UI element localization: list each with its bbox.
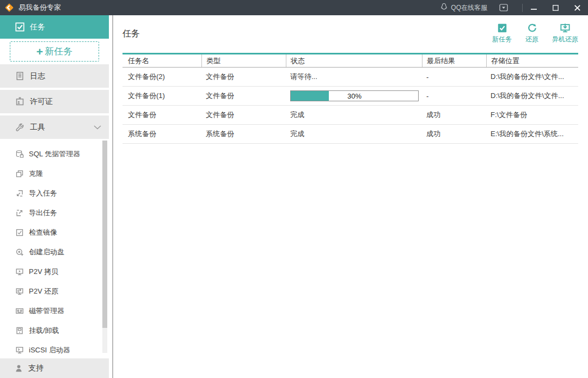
close-icon xyxy=(574,5,580,11)
titlebar-dropdown-button[interactable] xyxy=(499,4,508,11)
sidebar-item-license[interactable]: 许可证 xyxy=(0,90,109,113)
tape-icon xyxy=(15,307,24,315)
cell-location: D:\我的备份文件\文件... xyxy=(486,91,578,101)
sidebar-item-label: 任务 xyxy=(30,22,45,32)
tasks-checkbox-icon xyxy=(15,22,24,32)
qq-support-label: QQ在线客服 xyxy=(451,3,487,13)
maximize-button[interactable] xyxy=(544,0,566,15)
table-row[interactable]: 文件备份(2) 文件备份 请等待... - D:\我的备份文件\文件... xyxy=(122,68,578,87)
sidebar-scrollbar-thumb[interactable] xyxy=(102,141,107,328)
app-logo-icon xyxy=(4,3,14,13)
new-task-checkbox-icon xyxy=(497,23,507,33)
sidebar-item-logs[interactable]: 日志 xyxy=(0,64,109,88)
page-title: 任务 xyxy=(122,28,140,40)
sidebar-item-p2v-copy[interactable]: P2V 拷贝 xyxy=(0,262,109,282)
sidebar-item-label: 日志 xyxy=(30,71,45,81)
sidebar-item-label: 挂载/卸载 xyxy=(29,326,59,336)
sidebar-scrollbar[interactable] xyxy=(102,141,107,353)
sidebar-item-tasks[interactable]: 任务 xyxy=(0,15,109,39)
sidebar-item-iscsi-initiator[interactable]: iSCSI 启动器 xyxy=(0,340,109,360)
sidebar-item-check-image[interactable]: 检查镜像 xyxy=(0,223,109,242)
sidebar-item-tape-manager[interactable]: 磁带管理器 xyxy=(0,301,109,321)
new-task-toolbar-button[interactable]: 新任务 xyxy=(492,23,512,44)
cell-type: 文件备份 xyxy=(201,91,286,101)
sidebar-item-label: P2V 拷贝 xyxy=(29,267,58,277)
license-badge-icon xyxy=(15,97,24,106)
titlebar: 易我备份专家 QQ在线客服 xyxy=(0,0,588,15)
close-button[interactable] xyxy=(566,0,588,15)
sidebar-item-label: 导入任务 xyxy=(29,188,57,198)
minimize-icon xyxy=(531,5,537,10)
table-row[interactable]: 文件备份(1) 文件备份 30% - D:\我的备份文件\文件... xyxy=(122,87,578,106)
cell-type: 文件备份 xyxy=(201,110,286,120)
sidebar-item-support[interactable]: 支持 xyxy=(0,358,109,378)
sidebar-item-label: 检查镜像 xyxy=(29,228,57,237)
cell-location: E:\我的备份文件\系统... xyxy=(486,129,578,139)
sidebar-item-create-boot-disk[interactable]: 创建启动盘 xyxy=(0,242,109,262)
check-image-icon xyxy=(15,228,24,237)
cell-status: 完成 xyxy=(286,129,422,139)
cell-location: F:\文件备份 xyxy=(486,110,578,120)
sidebar-item-mount-unmount[interactable]: 挂载/卸载 xyxy=(0,321,109,340)
sidebar-item-label: SQL 凭据管理器 xyxy=(29,149,80,159)
restore-circular-arrow-icon xyxy=(527,23,537,33)
sidebar-item-sql-credential-manager[interactable]: SQL 凭据管理器 xyxy=(0,144,109,164)
dissimilar-restore-monitor-icon xyxy=(560,23,571,33)
maximize-icon xyxy=(553,5,559,11)
mount-drive-icon xyxy=(15,326,24,335)
log-icon xyxy=(15,71,24,81)
app-title: 易我备份专家 xyxy=(19,3,61,13)
cell-last-result: - xyxy=(422,92,486,100)
cell-type: 系统备份 xyxy=(201,129,286,139)
cell-task-name: 文件备份(2) xyxy=(122,72,201,82)
sidebar-item-export-task[interactable]: 导出任务 xyxy=(0,203,109,223)
sql-database-lock-icon xyxy=(15,150,24,158)
cell-task-name: 文件备份 xyxy=(122,110,201,120)
cell-status: 30% xyxy=(286,90,422,101)
column-header-status[interactable]: 状态 xyxy=(286,54,422,67)
restore-toolbar-button[interactable]: 还原 xyxy=(523,23,541,44)
cell-last-result: 成功 xyxy=(422,110,486,120)
wrench-icon xyxy=(15,123,24,132)
column-header-task-name[interactable]: 任务名 xyxy=(122,54,201,67)
tools-submenu: SQL 凭据管理器 克隆 xyxy=(0,141,109,360)
table-row[interactable]: 文件备份 文件备份 完成 成功 F:\文件备份 xyxy=(122,106,578,125)
column-header-location[interactable]: 存储位置 xyxy=(486,54,578,67)
qq-penguin-icon xyxy=(440,3,448,13)
sidebar: 任务 + 新任务 日志 xyxy=(0,15,109,378)
table-row[interactable]: 系统备份 系统备份 完成 成功 E:\我的备份文件\系统... xyxy=(122,125,578,144)
support-person-icon xyxy=(14,364,23,373)
sidebar-item-label: iSCSI 启动器 xyxy=(29,345,70,355)
sidebar-item-label: 工具 xyxy=(30,123,45,132)
cell-task-name: 系统备份 xyxy=(122,129,201,139)
sidebar-item-p2v-restore[interactable]: P2V 还原 xyxy=(0,282,109,301)
cell-last-result: 成功 xyxy=(422,129,486,139)
cell-status: 完成 xyxy=(286,110,422,120)
qq-support-button[interactable]: QQ在线客服 xyxy=(440,3,487,13)
sidebar-item-import-task[interactable]: 导入任务 xyxy=(0,184,109,203)
tasks-table: 任务名 类型 状态 最后结果 存储位置 文件备份(2) 文件备份 请等待... … xyxy=(122,53,578,144)
minimize-button[interactable] xyxy=(523,0,544,15)
cell-status: 请等待... xyxy=(286,72,422,82)
sidebar-item-label: 磁带管理器 xyxy=(29,306,64,316)
sidebar-item-tools[interactable]: 工具 xyxy=(0,115,109,139)
sidebar-item-label: 克隆 xyxy=(29,169,43,179)
progress-percent-label: 30% xyxy=(291,91,418,101)
new-task-button[interactable]: + 新任务 xyxy=(10,41,99,62)
cell-location: D:\我的备份文件\文件... xyxy=(486,72,578,82)
boot-disk-icon xyxy=(15,248,24,257)
progress-bar: 30% xyxy=(290,90,419,101)
column-header-last-result[interactable]: 最后结果 xyxy=(422,54,486,67)
cell-type: 文件备份 xyxy=(201,72,286,82)
sidebar-item-clone[interactable]: 克隆 xyxy=(0,164,109,184)
cell-task-name: 文件备份(1) xyxy=(122,91,201,101)
p2v-copy-icon xyxy=(15,267,24,276)
sidebar-item-label: 支持 xyxy=(28,363,44,373)
export-arrow-icon xyxy=(15,209,24,217)
sidebar-item-label: 导出任务 xyxy=(29,208,57,218)
chevron-down-icon xyxy=(94,125,101,130)
iscsi-monitor-icon xyxy=(15,346,24,355)
import-arrow-icon xyxy=(15,189,24,198)
dissimilar-restore-toolbar-button[interactable]: 异机还原 xyxy=(552,23,578,44)
column-header-type[interactable]: 类型 xyxy=(201,54,286,67)
